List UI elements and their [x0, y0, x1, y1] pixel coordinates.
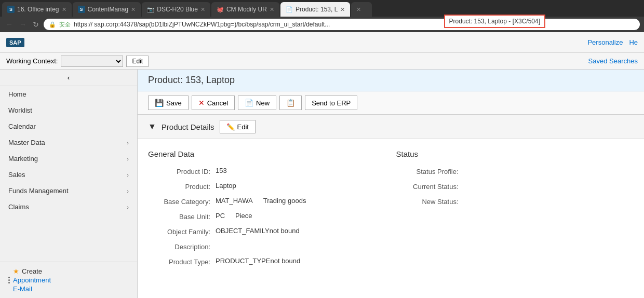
- section-collapse-icon[interactable]: ▼: [148, 122, 156, 131]
- copy-icon: 📋: [286, 99, 295, 107]
- product-id-label: Product ID:: [148, 167, 216, 175]
- object-family-label: Object Family:: [148, 227, 216, 236]
- base-category-values: MAT_HAWA Trading goods: [216, 197, 306, 205]
- dot-3: [8, 282, 10, 283]
- tab-3-favicon: 📷: [147, 6, 154, 13]
- sidebar: ‹ Home Worklist Calendar Master Data › M…: [0, 70, 138, 298]
- send-to-erp-button[interactable]: Send to ERP: [305, 96, 357, 110]
- browser-chrome: S 16. Office integ ✕ S ContentManag ✕ 📷 …: [0, 0, 644, 32]
- tab-6-close[interactable]: ✕: [356, 6, 361, 13]
- new-status-label: New Status:: [396, 197, 464, 206]
- sidebar-item-marketing[interactable]: Marketing ›: [0, 151, 137, 167]
- address-bar-row: ← → ↻ 🔒 安全 https:// sap.corp:44378/sap(b…: [0, 17, 644, 32]
- product-id-value: 153: [216, 167, 227, 174]
- tab-6[interactable]: ✕: [351, 2, 372, 17]
- sidebar-email-link[interactable]: E-Mail: [13, 285, 51, 293]
- refresh-button[interactable]: ↻: [31, 20, 41, 29]
- tab-2[interactable]: S ContentManag ✕: [73, 2, 141, 17]
- context-edit-button[interactable]: Edit: [126, 56, 149, 67]
- working-context-left: Working Context: Edit: [6, 56, 149, 67]
- product-label: Product:: [148, 182, 216, 191]
- tab-3-close[interactable]: ✕: [200, 6, 205, 13]
- product-details-section-header: ▼ Product Details ✏️ Edit: [138, 115, 644, 139]
- sidebar-appointment-link[interactable]: Appointment: [13, 276, 51, 284]
- sidebar-collapse-button[interactable]: ‹: [0, 70, 137, 86]
- tab-5-close[interactable]: ✕: [340, 6, 345, 13]
- save-button[interactable]: 💾 Save: [148, 96, 189, 110]
- tab-tooltip: Product: 153, Laptop - [X3C/504]: [444, 15, 545, 28]
- tab-4-title: CM Modify UR: [226, 6, 267, 13]
- saved-searches-link[interactable]: Saved Searches: [588, 57, 638, 65]
- tab-4-close[interactable]: ✕: [270, 6, 274, 13]
- lock-icon: 🔒: [49, 21, 56, 28]
- field-row-product-id: Product ID: 153: [148, 167, 386, 175]
- context-select[interactable]: [61, 56, 123, 67]
- base-category-extra: Trading goods: [263, 197, 306, 205]
- sidebar-item-worklist[interactable]: Worklist: [0, 102, 137, 118]
- personalize-link[interactable]: Personalize: [587, 38, 623, 46]
- sidebar-item-funds-label: Funds Management: [8, 187, 69, 195]
- chevron-right-icon: ›: [127, 172, 129, 178]
- new-button[interactable]: 📄 New: [238, 96, 276, 110]
- cancel-icon: ✕: [198, 99, 205, 107]
- address-bar[interactable]: 🔒 安全 https:// sap.corp:44378/sap(bD1lbiZ…: [44, 19, 640, 30]
- cancel-label: Cancel: [207, 99, 228, 107]
- tab-1-favicon: S: [7, 6, 15, 13]
- field-row-new-status: New Status:: [396, 197, 634, 206]
- sap-logo: SAP: [6, 38, 24, 47]
- field-row-product-type: Product Type: PRODUCT_TYPEnot bound: [148, 257, 386, 266]
- base-category-label: Base Category:: [148, 197, 216, 206]
- sidebar-item-calendar[interactable]: Calendar: [0, 118, 137, 134]
- status-column: Status Status Profile: Current Status: N…: [396, 150, 634, 272]
- chevron-right-icon: ›: [127, 204, 129, 210]
- tab-2-title: ContentManag: [88, 6, 129, 13]
- help-link[interactable]: He: [629, 38, 638, 46]
- content-area: Product: 153, Laptop 💾 Save ✕ Cancel 📄 N…: [138, 70, 644, 298]
- copy-button[interactable]: 📋: [279, 96, 302, 110]
- security-text: 安全: [59, 21, 71, 29]
- dot-1: [8, 277, 10, 278]
- tab-3[interactable]: 📷 DSC-H20 Blue ✕: [142, 2, 210, 17]
- collapse-icon: ‹: [68, 74, 70, 82]
- dot-2: [8, 279, 10, 281]
- sidebar-item-sales-label: Sales: [8, 171, 25, 179]
- sidebar-item-home-label: Home: [8, 90, 26, 98]
- sidebar-item-sales[interactable]: Sales ›: [0, 167, 137, 183]
- tab-1[interactable]: S 16. Office integ ✕: [2, 2, 72, 17]
- sidebar-item-home[interactable]: Home: [0, 86, 137, 102]
- product-details-edit-button[interactable]: ✏️ Edit: [220, 120, 256, 133]
- product-type-value: PRODUCT_TYPEnot bound: [216, 257, 300, 265]
- sidebar-item-calendar-label: Calendar: [8, 123, 36, 130]
- product-details-title: Product Details: [162, 123, 214, 131]
- sidebar-item-claims[interactable]: Claims ›: [0, 199, 137, 215]
- product-type-label: Product Type:: [148, 257, 216, 266]
- base-unit-extra: Piece: [235, 212, 252, 220]
- tab-5-title: Product: 153, L: [296, 6, 338, 13]
- sidebar-item-claims-label: Claims: [8, 203, 29, 211]
- field-row-status-profile: Status Profile:: [396, 167, 634, 175]
- sidebar-item-marketing-label: Marketing: [8, 155, 38, 162]
- sap-header-right: Personalize He: [587, 38, 638, 46]
- base-unit-values: PC Piece: [216, 212, 252, 220]
- tab-2-close[interactable]: ✕: [131, 6, 136, 13]
- edit-label: Edit: [237, 123, 249, 131]
- field-row-base-category: Base Category: MAT_HAWA Trading goods: [148, 197, 386, 206]
- current-status-label: Current Status:: [396, 182, 464, 191]
- working-context-label: Working Context:: [6, 57, 58, 65]
- cancel-button[interactable]: ✕ Cancel: [192, 96, 235, 110]
- back-button[interactable]: ←: [4, 20, 15, 29]
- status-profile-label: Status Profile:: [396, 167, 464, 175]
- data-section: General Data Product ID: 153 Product: La…: [138, 139, 644, 282]
- base-unit-value: PC: [216, 212, 225, 220]
- url-text: https:// sap.corp:44378/sap(bD1lbiZjPTUw…: [74, 21, 330, 28]
- tab-4[interactable]: 🐙 CM Modify UR ✕: [211, 2, 279, 17]
- forward-button[interactable]: →: [18, 20, 28, 29]
- base-unit-label: Base Unit:: [148, 212, 216, 221]
- tab-5[interactable]: 📄 Product: 153, L ✕: [280, 2, 350, 17]
- tab-4-favicon: 🐙: [217, 6, 224, 13]
- sidebar-item-master-data[interactable]: Master Data ›: [0, 134, 137, 151]
- sidebar-dots-menu[interactable]: [8, 277, 10, 283]
- working-context-bar: Working Context: Edit Saved Searches: [0, 53, 644, 70]
- sidebar-item-funds-management[interactable]: Funds Management ›: [0, 183, 137, 199]
- tab-1-close[interactable]: ✕: [62, 6, 66, 13]
